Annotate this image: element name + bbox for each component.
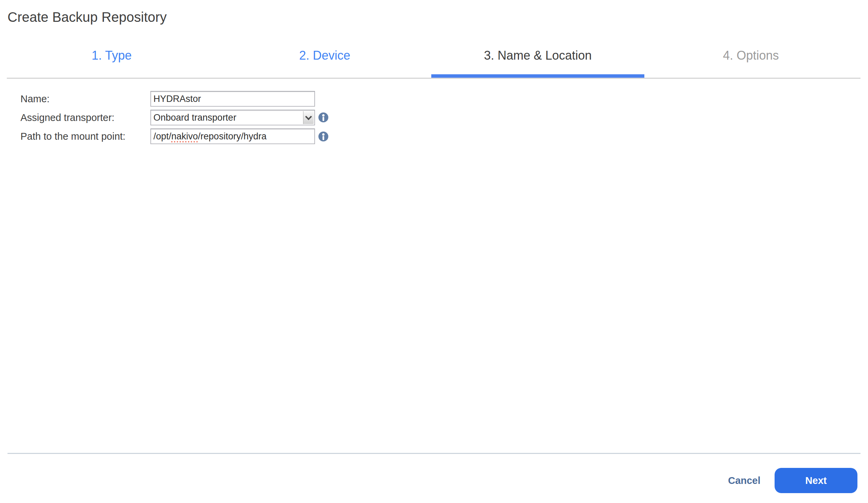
tab-device[interactable]: 2. Device [218,47,431,64]
create-backup-repository-dialog: Create Backup Repository 1. Type 2. Devi… [0,0,868,503]
form-row-path: Path to the mount point: /opt/nakivo/rep… [0,128,868,144]
footer-divider [8,453,860,454]
next-button[interactable]: Next [775,468,857,493]
tab-name-location[interactable]: 3. Name & Location [431,47,644,64]
mount-path-label: Path to the mount point: [20,128,125,144]
path-segment-post: /repository/hydra [198,131,267,142]
chevron-down-icon [306,115,311,120]
page-title: Create Backup Repository [8,9,167,25]
form-row-transporter: Assigned transporter: Onboard transporte… [0,110,868,125]
transporter-selected-value: Onboard transporter [153,111,236,125]
form-row-name: Name: [0,91,868,107]
transporter-info-icon[interactable] [318,113,328,122]
mount-path-input[interactable]: /opt/nakivo/repository/hydra [150,128,315,144]
mount-path-info-icon[interactable] [318,132,328,142]
tab-type[interactable]: 1. Type [5,47,218,64]
transporter-select[interactable]: Onboard transporter [150,110,315,125]
name-input[interactable] [150,91,315,107]
active-tab-underline [431,74,644,78]
transporter-dropdown-button[interactable] [303,111,314,124]
path-segment-pre: /opt/ [153,131,172,142]
tab-options: 4. Options [644,47,857,64]
path-segment-misspelled: nakivo [172,131,198,142]
cancel-button[interactable]: Cancel [719,472,770,489]
assigned-transporter-label: Assigned transporter: [20,110,115,125]
tabs-divider [7,78,860,79]
wizard-steps: 1. Type 2. Device 3. Name & Location 4. … [5,47,857,64]
name-label: Name: [20,91,50,107]
